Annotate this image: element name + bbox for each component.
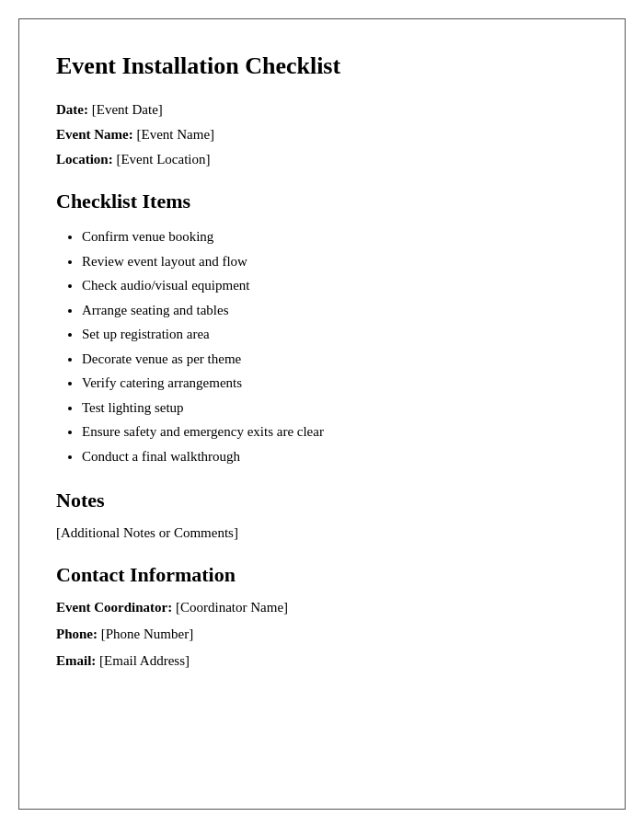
coordinator-label: Event Coordinator: bbox=[56, 600, 172, 615]
event-name-value: [Event Name] bbox=[136, 127, 214, 142]
list-item: Confirm venue booking bbox=[82, 226, 588, 247]
list-item: Verify catering arrangements bbox=[82, 373, 588, 394]
coordinator-field: Event Coordinator: [Coordinator Name] bbox=[56, 600, 588, 615]
list-item: Arrange seating and tables bbox=[82, 300, 588, 321]
date-field: Date: [Event Date] bbox=[56, 102, 588, 118]
date-label: Date: bbox=[56, 102, 88, 117]
list-item: Test lighting setup bbox=[82, 397, 588, 419]
contact-heading: Contact Information bbox=[56, 563, 588, 587]
phone-value: [Phone Number] bbox=[101, 627, 193, 641]
checklist-list: Confirm venue bookingReview event layout… bbox=[82, 226, 588, 466]
phone-field: Phone: [Phone Number] bbox=[56, 627, 588, 642]
location-label: Location: bbox=[56, 152, 113, 167]
list-item: Check audio/visual equipment bbox=[82, 275, 588, 296]
list-item: Set up registration area bbox=[82, 324, 588, 345]
notes-content: [Additional Notes or Comments] bbox=[56, 525, 588, 541]
page-container: Event Installation Checklist Date: [Even… bbox=[18, 18, 626, 810]
location-value: [Event Location] bbox=[116, 152, 210, 167]
email-value: [Email Address] bbox=[99, 653, 190, 668]
phone-label: Phone: bbox=[56, 627, 98, 641]
page-title: Event Installation Checklist bbox=[56, 52, 588, 80]
email-label: Email: bbox=[56, 653, 96, 668]
location-field: Location: [Event Location] bbox=[56, 152, 588, 167]
event-name-field: Event Name: [Event Name] bbox=[56, 127, 588, 143]
notes-heading: Notes bbox=[56, 489, 588, 512]
checklist-heading: Checklist Items bbox=[56, 190, 588, 213]
email-field: Email: [Email Address] bbox=[56, 653, 588, 669]
list-item: Review event layout and flow bbox=[82, 251, 588, 272]
list-item: Ensure safety and emergency exits are cl… bbox=[82, 421, 588, 443]
list-item: Decorate venue as per theme bbox=[82, 349, 588, 370]
date-value: [Event Date] bbox=[92, 102, 163, 117]
event-name-label: Event Name: bbox=[56, 127, 133, 142]
list-item: Conduct a final walkthrough bbox=[82, 446, 588, 467]
coordinator-value: [Coordinator Name] bbox=[176, 600, 288, 615]
